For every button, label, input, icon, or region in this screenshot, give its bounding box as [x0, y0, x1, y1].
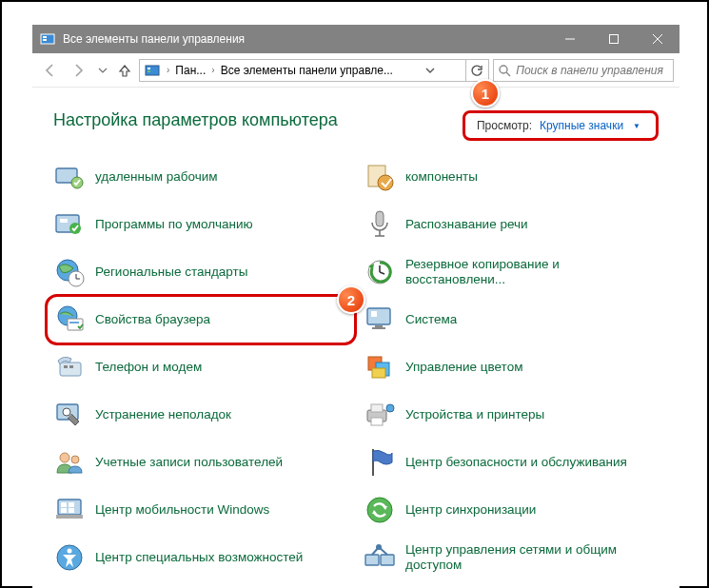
back-button[interactable]	[38, 58, 63, 83]
chevron-right-icon[interactable]: ›	[209, 65, 216, 75]
svg-rect-60	[365, 555, 379, 565]
control-panel-icon	[144, 62, 161, 79]
user-accounts-icon	[53, 446, 86, 479]
color-management-icon	[364, 351, 396, 383]
control-panel-window: Все элементы панели управления › Пан... …	[32, 25, 679, 588]
cp-item-sync-center[interactable]: Центр синхронизации	[360, 489, 662, 531]
svg-point-64	[376, 544, 382, 550]
svg-point-47	[386, 404, 394, 412]
svg-rect-38	[69, 365, 73, 368]
cp-item-backup[interactable]: Резервное копирование и восстановлени...	[360, 251, 662, 293]
item-label: Распознавание речи	[405, 217, 528, 232]
chevron-right-icon[interactable]: ›	[165, 65, 171, 75]
cp-item-mobility-center[interactable]: Центр мобильности Windows	[49, 489, 352, 531]
svg-point-59	[68, 549, 72, 554]
components-icon	[364, 161, 396, 193]
item-label: Программы по умолчанию	[95, 217, 253, 232]
items-grid: удаленным рабочим компоненты Программы п…	[32, 152, 679, 588]
svg-rect-8	[148, 68, 150, 69]
minimize-button[interactable]	[548, 25, 592, 53]
default-programs-icon	[53, 208, 86, 241]
header: Настройка параметров компьютера 1 Просмо…	[32, 88, 679, 152]
search-box[interactable]	[493, 59, 674, 82]
cp-item-devices-printers[interactable]: Устройства и принтеры	[360, 394, 662, 436]
toolbar: › Пан... › Все элементы панели управле..…	[32, 53, 679, 88]
network-sharing-icon	[364, 541, 396, 574]
backup-restore-icon	[364, 256, 396, 288]
breadcrumb-seg-1[interactable]: Пан...	[173, 64, 207, 77]
address-bar[interactable]: › Пан... › Все элементы панели управле..…	[139, 59, 489, 82]
close-button[interactable]	[636, 25, 679, 53]
svg-rect-31	[69, 322, 79, 323]
item-label: Центр специальных возможностей	[95, 550, 303, 565]
cp-item-components[interactable]: компоненты	[360, 156, 662, 198]
cp-item-internet-options[interactable]: 2 Свойства браузера	[49, 299, 352, 341]
item-label: Телефон и модем	[95, 360, 202, 375]
cp-item-system[interactable]: Система	[360, 299, 662, 341]
svg-rect-61	[381, 555, 394, 565]
svg-rect-19	[376, 211, 384, 226]
titlebar: Все элементы панели управления	[32, 25, 679, 53]
cp-item-color-management[interactable]: Управление цветом	[360, 346, 662, 388]
svg-rect-53	[69, 502, 74, 507]
view-label: Просмотр:	[477, 119, 532, 132]
svg-rect-46	[371, 418, 383, 425]
cp-item-user-accounts[interactable]: Учетные записи пользователей	[49, 441, 352, 483]
svg-point-15	[378, 175, 393, 190]
search-icon	[494, 64, 514, 77]
forward-button[interactable]	[67, 58, 91, 83]
window-title: Все элементы панели управления	[63, 32, 548, 46]
cp-item-phone-modem[interactable]: Телефон и модем	[49, 346, 352, 388]
svg-rect-9	[148, 70, 150, 72]
svg-rect-56	[56, 515, 83, 519]
cp-item-ease-of-access[interactable]: Центр специальных возможностей	[49, 537, 352, 578]
refresh-button[interactable]	[465, 59, 488, 82]
cp-item-network-sharing[interactable]: Центр управления сетями и общим доступом	[360, 537, 662, 578]
security-flag-icon	[364, 446, 396, 479]
breadcrumb-seg-2[interactable]: Все элементы панели управле...	[219, 64, 395, 77]
search-input[interactable]	[514, 64, 673, 77]
svg-rect-54	[61, 508, 67, 513]
up-button[interactable]	[114, 60, 135, 81]
item-label: Управление цветом	[405, 360, 522, 375]
svg-point-57	[367, 498, 392, 522]
maximize-button[interactable]	[592, 25, 636, 53]
svg-point-49	[71, 456, 79, 463]
svg-point-48	[60, 453, 69, 462]
chevron-down-icon: ▼	[633, 122, 640, 130]
view-value[interactable]: Крупные значки	[540, 119, 623, 132]
item-label: Устройства и принтеры	[405, 407, 544, 422]
cp-item-troubleshooting[interactable]: Устранение неполадок	[49, 394, 352, 436]
cp-item-regional[interactable]: Региональные стандарты	[49, 251, 352, 293]
cp-item-speech[interactable]: Распознавание речи	[360, 204, 662, 245]
svg-rect-17	[60, 219, 68, 223]
svg-rect-32	[367, 308, 390, 324]
remote-desktop-icon	[53, 161, 86, 193]
svg-rect-1	[43, 36, 47, 38]
item-label: удаленным рабочим	[95, 169, 218, 185]
svg-rect-37	[64, 365, 68, 368]
cp-item-remote[interactable]: удаленным рабочим	[49, 156, 352, 198]
cp-item-security-center[interactable]: Центр безопасности и обслуживания	[360, 441, 662, 483]
item-label: Региональные стандарты	[95, 265, 247, 280]
svg-rect-35	[371, 311, 377, 317]
view-selector[interactable]: 1 Просмотр: Крупные значки ▼	[463, 110, 659, 141]
item-label: Центр безопасности и обслуживания	[405, 455, 627, 470]
svg-line-11	[506, 72, 510, 76]
item-label: Свойства браузера	[95, 312, 210, 327]
annotation-callout-1: 1	[471, 79, 500, 108]
item-label: Центр мобильности Windows	[95, 502, 269, 518]
item-label: Система	[405, 312, 457, 327]
item-label: Устранение неполадок	[95, 407, 231, 422]
page-title: Настройка параметров компьютера	[53, 110, 338, 130]
addr-dropdown[interactable]	[419, 59, 442, 82]
internet-options-icon	[53, 304, 86, 336]
item-label: компоненты	[405, 169, 478, 185]
item-label: Резервное копирование и восстановлени...	[405, 257, 659, 287]
history-dropdown[interactable]	[95, 58, 110, 83]
annotation-callout-2: 2	[337, 285, 365, 314]
svg-rect-33	[375, 325, 383, 327]
cp-item-default-programs[interactable]: Программы по умолчанию	[49, 204, 352, 245]
system-icon	[364, 304, 396, 336]
troubleshooting-icon	[53, 399, 86, 431]
